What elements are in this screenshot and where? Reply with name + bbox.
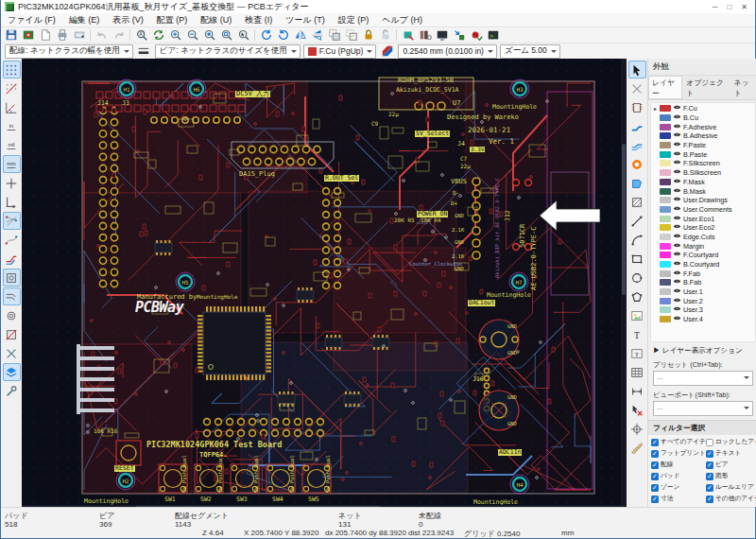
add-via-button[interactable] [628, 155, 646, 173]
layer-row-User.Eco1[interactable]: User.Eco1 [651, 214, 755, 223]
menu-表示[interactable]: 表示 (V) [106, 13, 150, 27]
grid-axes-button[interactable] [3, 79, 21, 97]
cross-probe-button[interactable] [3, 344, 21, 362]
units-in-button[interactable]: in [3, 117, 21, 135]
route-diff-pair-button[interactable] [628, 136, 646, 154]
layer-color-swatch[interactable] [660, 261, 671, 268]
drc-button[interactable] [468, 28, 484, 43]
filter-その他のアイテム[interactable]: ✓その他のアイテム [706, 495, 756, 503]
layer-row-F.Courtyard[interactable]: F.Courtyard [651, 251, 755, 260]
layer-color-swatch[interactable] [660, 132, 671, 139]
zoom-fit-button[interactable] [201, 28, 217, 43]
add-rule-area-button[interactable] [628, 193, 646, 211]
update-pcb-button[interactable] [451, 28, 467, 43]
layer-color-swatch[interactable] [660, 243, 671, 250]
add-text-button[interactable]: T [628, 325, 646, 343]
layer-color-swatch[interactable] [660, 142, 671, 148]
delete-tool-button[interactable] [628, 401, 646, 419]
viewport-select[interactable]: ... [653, 401, 753, 416]
checkbox[interactable] [706, 439, 713, 446]
grid-dots-button[interactable] [3, 61, 21, 78]
checkbox[interactable]: ✓ [651, 439, 659, 446]
layer-row-User.Drawings[interactable]: User.Drawings [651, 196, 755, 205]
filter-ビア[interactable]: ✓ビア [706, 461, 756, 469]
menu-ツール[interactable]: ツール (T) [279, 13, 331, 27]
minimize-button[interactable]: ─ [713, 3, 718, 11]
add-table-button[interactable] [628, 363, 646, 381]
rotate-ccw-button[interactable] [258, 28, 274, 43]
zoom-objects-button[interactable] [218, 28, 234, 43]
checkbox[interactable]: ✓ [651, 496, 659, 503]
layer-color-swatch[interactable] [660, 216, 671, 222]
eye-icon[interactable] [673, 215, 681, 223]
appearance-button[interactable] [3, 363, 21, 381]
checkbox[interactable]: ✓ [651, 461, 659, 469]
plot-button[interactable] [71, 28, 87, 43]
checkbox[interactable]: ✓ [706, 484, 713, 492]
filter-フットプリント[interactable]: ✓フットプリント [651, 449, 705, 458]
layer-color-swatch[interactable] [660, 252, 671, 258]
undo-button[interactable] [94, 28, 110, 43]
highlight-ratsnest-button[interactable] [628, 79, 646, 97]
layer-row-B.Silkscreen[interactable]: B.Silkscreen [651, 168, 755, 178]
layer-row-User.4[interactable]: User.4 [651, 315, 755, 324]
eye-icon[interactable] [673, 131, 681, 140]
checkbox[interactable]: ✓ [651, 473, 659, 480]
layer-row-B.Fab[interactable]: B.Fab [651, 278, 755, 287]
scripting-console-button[interactable]: >_ [485, 28, 501, 43]
layer-row-Margin[interactable]: Margin [651, 241, 755, 251]
vertical-scrollbar[interactable] [621, 59, 627, 511]
layer-row-B.Courtyard[interactable]: B.Courtyard [651, 260, 755, 270]
select-button[interactable] [628, 61, 646, 78]
lock-button[interactable] [360, 28, 376, 43]
menu-配置[interactable]: 配置 (P) [150, 13, 195, 27]
eye-icon[interactable] [673, 242, 681, 251]
menu-配線[interactable]: 配線 (U) [194, 13, 238, 27]
active-layer-select[interactable]: F.Cu (PgUp) [303, 44, 377, 59]
checkbox[interactable]: ✓ [651, 484, 659, 492]
eye-icon[interactable] [673, 287, 681, 296]
group-button[interactable] [326, 28, 342, 43]
rotate-cw-button[interactable] [275, 28, 291, 43]
tab-オブジェクト[interactable]: オブジェクト [682, 76, 730, 99]
layer-color-swatch[interactable] [660, 306, 671, 313]
layer-pair-icon[interactable] [379, 44, 395, 59]
footprint-editor-button[interactable] [400, 28, 416, 43]
eye-icon[interactable] [673, 270, 681, 278]
layer-row-Edge.Cuts[interactable]: Edge.Cuts [651, 233, 755, 242]
layer-color-swatch[interactable] [660, 197, 671, 203]
units-mil-button[interactable]: mil [3, 136, 21, 154]
menu-検査[interactable]: 検査 (I) [238, 13, 279, 27]
axes-origin-button[interactable] [3, 193, 21, 211]
maximize-button[interactable]: □ [727, 3, 731, 11]
refresh-button[interactable] [150, 28, 166, 43]
draw-arc-button[interactable] [628, 231, 646, 249]
layer-color-swatch[interactable] [660, 270, 671, 277]
checkbox[interactable]: ✓ [706, 461, 713, 469]
layer-color-swatch[interactable] [660, 188, 671, 195]
filter-ロックしたアイテム[interactable]: ロックしたアイテム [706, 438, 756, 446]
save-button[interactable] [3, 28, 19, 43]
filter-パッド[interactable]: ✓パッド [651, 472, 705, 480]
menu-設定[interactable]: 設定 (P) [332, 13, 376, 27]
layer-color-swatch[interactable] [660, 179, 671, 185]
layer-color-swatch[interactable] [660, 224, 671, 231]
eye-icon[interactable] [673, 315, 681, 323]
redo-button[interactable] [111, 28, 127, 43]
layer-row-F.Cu[interactable]: ▸F.Cu [651, 104, 755, 113]
layer-row-B.Paste[interactable]: B.Paste [651, 149, 755, 159]
layer-row-F.Mask[interactable]: F.Mask [651, 178, 755, 187]
menu-編集[interactable]: 編集 (E) [62, 13, 107, 27]
filter-ゾーン[interactable]: ✓ゾーン [651, 483, 705, 492]
eye-icon[interactable] [673, 260, 681, 269]
layer-color-swatch[interactable] [660, 288, 671, 295]
layer-row-F.Fab[interactable]: F.Fab [651, 269, 755, 278]
layer-color-swatch[interactable] [660, 206, 671, 213]
filter-ルールエリア[interactable]: ✓ルールエリア [706, 483, 756, 492]
footprint-library-button[interactable] [417, 28, 433, 43]
add-footprint-button[interactable] [628, 98, 646, 116]
layer-color-swatch[interactable] [660, 169, 671, 176]
ungroup-button[interactable] [343, 28, 359, 43]
menu-ヘルプ[interactable]: ヘルプ (H) [375, 13, 429, 27]
layer-row-User.Comments[interactable]: User.Comments [651, 205, 755, 215]
